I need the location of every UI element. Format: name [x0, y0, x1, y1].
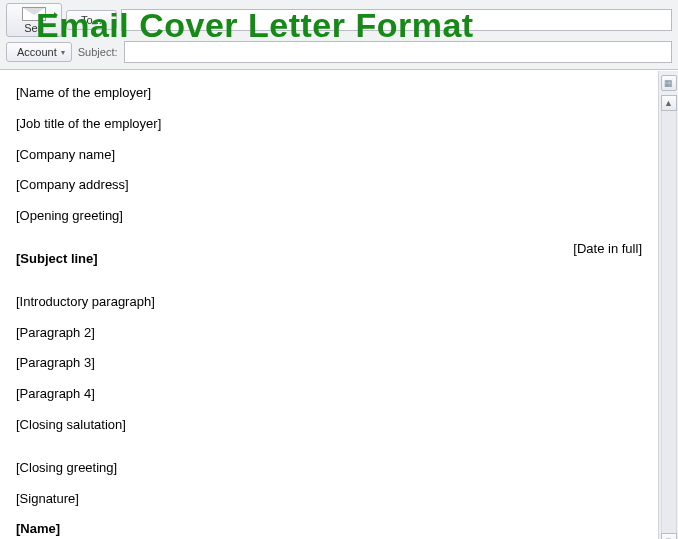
scroll-up-button[interactable]: ▲	[661, 95, 677, 111]
ruler-icon[interactable]: ▦	[661, 75, 677, 91]
to-button[interactable]: To...	[66, 10, 117, 30]
scrollbar-track[interactable]	[661, 111, 677, 533]
subject-label: Subject:	[78, 46, 118, 58]
intro-paragraph: [Introductory paragraph]	[16, 292, 642, 313]
chevron-down-icon: ▾	[61, 48, 65, 57]
closing-greeting: [Closing greeting]	[16, 458, 642, 479]
scroll-down-button[interactable]: ▼	[661, 533, 677, 539]
paragraph-4: [Paragraph 4]	[16, 384, 642, 405]
paragraph-2: [Paragraph 2]	[16, 323, 642, 344]
send-button[interactable]: Sen	[6, 3, 62, 37]
date-in-full: [Date in full]	[573, 239, 642, 260]
company-name: [Company name]	[16, 145, 642, 166]
right-gutter: ▦ ▲ ▼	[658, 71, 678, 539]
to-field[interactable]	[121, 9, 672, 31]
employer-name: [Name of the employer]	[16, 83, 642, 104]
send-label: Sen	[24, 22, 44, 34]
subject-field[interactable]	[124, 41, 673, 63]
closing-salutation: [Closing salutation]	[16, 415, 642, 436]
paragraph-3: [Paragraph 3]	[16, 353, 642, 374]
compose-header: Sen To... Account ▾ Subject:	[0, 0, 678, 70]
envelope-icon	[22, 7, 46, 21]
employer-title: [Job title of the employer]	[16, 114, 642, 135]
opening-greeting: [Opening greeting]	[16, 206, 642, 227]
compose-body[interactable]: [Name of the employer] [Job title of the…	[0, 71, 658, 539]
company-address: [Company address]	[16, 175, 642, 196]
account-button[interactable]: Account ▾	[6, 42, 72, 62]
signature: [Signature]	[16, 489, 642, 510]
subject-line: [Subject line]	[16, 249, 642, 270]
name: [Name]	[16, 519, 642, 539]
account-label: Account	[17, 46, 57, 58]
